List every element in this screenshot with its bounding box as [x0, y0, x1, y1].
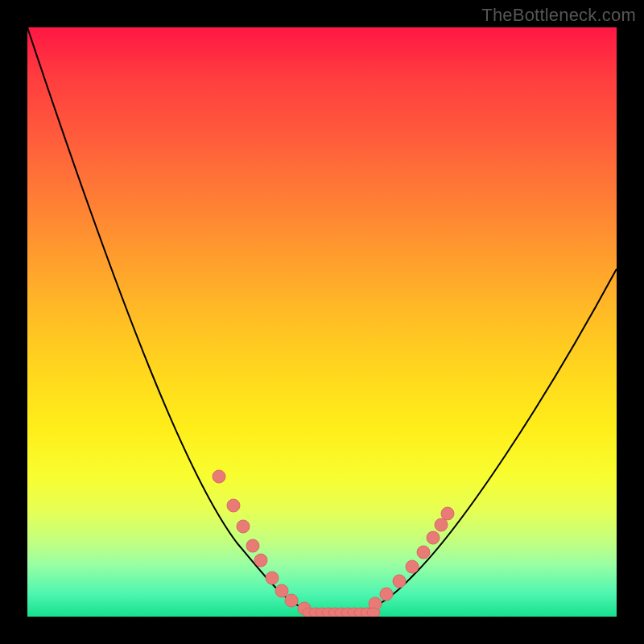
curve-marker: [393, 575, 406, 588]
bottom-flat-group: [303, 608, 380, 617]
watermark-text: TheBottleneck.com: [481, 5, 636, 26]
bottleneck-curve: [27, 27, 617, 613]
plot-area: [27, 27, 617, 617]
curve-marker: [406, 560, 419, 573]
curve-marker: [237, 520, 250, 533]
curve-marker: [441, 507, 454, 520]
curve-marker: [266, 572, 279, 584]
curve-marker: [435, 518, 448, 531]
chart-frame: TheBottleneck.com: [0, 0, 644, 644]
curve-marker: [285, 594, 298, 607]
left-marker-group: [213, 470, 311, 615]
curve-marker: [254, 554, 267, 567]
curve-svg: [27, 27, 617, 617]
curve-marker: [417, 546, 430, 559]
curve-marker: [246, 539, 259, 552]
curve-marker: [275, 584, 288, 597]
curve-marker: [227, 499, 240, 512]
curve-marker-flat: [367, 608, 380, 617]
curve-marker: [213, 470, 225, 483]
curve-marker: [427, 531, 440, 544]
right-marker-group: [369, 507, 454, 610]
curve-marker: [380, 588, 393, 601]
